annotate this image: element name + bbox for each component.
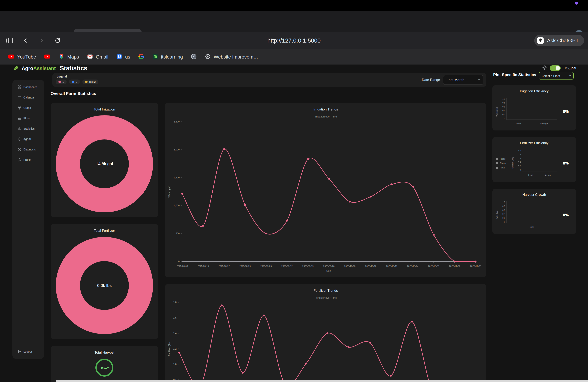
browser-tab-bar: Devpost AgroAssisstant + JO [0, 11, 588, 32]
app-sidebar: DashboardCalendarCropsPlotsStatisticsAgr… [12, 80, 44, 359]
total-irrigation-donut-chart: 14.8k gal [56, 115, 153, 212]
chevron-down-icon: ▾ [478, 78, 480, 82]
donut-center-value: 14.8k gal [56, 115, 153, 212]
date-range-group: Date Range Last Month▾ [422, 73, 483, 87]
compass-icon [191, 54, 197, 60]
svg-text:0: 0 [178, 260, 180, 263]
chatgpt-icon [537, 37, 544, 44]
sidebar-item-profile[interactable]: Profile [12, 155, 44, 165]
efficiency-value: 0% [557, 96, 574, 126]
harvest-growth-card: Harvest Growth Yield (lbs) 1.00.80.60.40… [492, 189, 576, 234]
x-axis-labels: Date [507, 226, 557, 228]
bookmark-label: itslearning [161, 54, 183, 60]
harvest-value: +150.0% [99, 366, 110, 369]
svg-text:2025-10-31: 2025-10-31 [428, 265, 439, 267]
legend-chip: 3 [69, 79, 80, 84]
sidebar-item-diagnosis[interactable]: Diagnosis [12, 144, 44, 155]
svg-text:2025-09-12: 2025-09-12 [281, 265, 293, 267]
bookmark-google-icon[interactable] [138, 54, 144, 60]
chart-title: Fertilizer Trends [165, 284, 486, 293]
total-fertilizer-card: Total Fertilizer 0.0k lbs [51, 224, 158, 339]
svg-text:1,500: 1,500 [174, 176, 180, 179]
sidebar-item-crops[interactable]: Crops [12, 103, 44, 113]
bookmark-youtube[interactable]: YouTube [8, 53, 36, 60]
chart-subtitle: Fertilizer over Time [165, 296, 486, 299]
legend-chip: 1 [56, 79, 67, 84]
ask-chatgpt-button[interactable]: Ask ChatGPT [534, 35, 584, 46]
statistics-icon [18, 127, 21, 131]
sidebar-item-calendar[interactable]: Calendar [12, 92, 44, 103]
sidebar-item-statistics[interactable]: Statistics [12, 123, 44, 134]
sidebar-item-label: AgriAI [23, 137, 31, 141]
bookmark-itslearning[interactable]: itslearning [152, 54, 183, 60]
x-axis-labels: IdealAverage [507, 122, 557, 125]
fertilizer-trends-card: Fertilizer Trends Fertilizer over Time 0… [165, 284, 486, 382]
svg-text:2025-10-17: 2025-10-17 [386, 265, 398, 267]
svg-text:2,500: 2,500 [174, 120, 180, 123]
dashboard-icon [18, 85, 21, 89]
bookmark-maps[interactable]: Maps [58, 54, 79, 60]
legend-dot-icon [72, 81, 74, 83]
plot-area: Date [506, 201, 557, 223]
svg-text:2025-10-03: 2025-10-03 [344, 265, 356, 267]
diagnosis-icon [18, 148, 21, 152]
sidebar-item-logout[interactable]: Logout [18, 350, 32, 354]
theme-toggle[interactable] [550, 65, 561, 71]
donut-center-value: 0.0k lbs [56, 237, 153, 334]
notification-dot-icon [575, 1, 578, 5]
efficiency-value: 0% [557, 148, 574, 178]
toggle-knob [556, 66, 560, 70]
app-logo: AgroAssistant [21, 66, 56, 71]
svg-text:2025-08-22: 2025-08-22 [218, 265, 230, 267]
youtube-icon [44, 53, 50, 60]
svg-text:2025-09-19: 2025-09-19 [302, 265, 314, 267]
mini-chart-title: Harvest Growth [492, 189, 576, 197]
harvest-growth-chart: Yield (lbs) 1.00.80.60.40.20 Date 0% [495, 200, 574, 230]
svg-text:2025-08-08: 2025-08-08 [177, 265, 188, 267]
section-heading: Overall Farm Statistics [51, 91, 96, 96]
plot-specific-heading: Plot Specific Statistics [493, 73, 536, 77]
sidebar-item-label: Diagnosis [23, 148, 36, 151]
legend-bar: Legend 13plot 2 Date Range Last Month▾ [52, 73, 486, 87]
fertilizer-efficiency-chart: NitrogPhospPotas Fertilizer (lbs) 1.00.8… [495, 148, 574, 178]
page-header: AgroAssistant Statistics [13, 65, 87, 72]
bookmark-youtube-icon[interactable] [44, 53, 50, 60]
legend-entry: Phosp [496, 162, 510, 164]
address-bar[interactable]: http://127.0.0.1:5000 [0, 32, 588, 49]
chart-legend: NitrogPhospPotas [495, 148, 510, 178]
svg-text:Fertilizer (lbs): Fertilizer (lbs) [168, 342, 171, 356]
sidebar-item-dashboard[interactable]: Dashboard [12, 82, 44, 92]
page-title: Statistics [60, 65, 87, 72]
bottom-edge-light-strip [56, 380, 588, 382]
svg-text:2025-11-08: 2025-11-08 [470, 265, 481, 267]
mini-chart-title: Irrigation Efficiency [492, 85, 576, 93]
sun-icon [542, 65, 547, 71]
plant-select[interactable]: Select a Plant▾ [539, 72, 574, 79]
card-title: Total Fertilizer [51, 224, 158, 233]
sidebar-item-label: Plots [23, 117, 30, 120]
chart-subtitle: Irrigation over Time [165, 115, 486, 118]
bookmark-website-impro-vem-[interactable]: Website impro­vem… [205, 54, 258, 60]
bookmark-label: Website impro­vem… [214, 54, 258, 60]
date-range-select[interactable]: Last Month▾ [443, 75, 483, 85]
svg-text:2025-08-15: 2025-08-15 [198, 265, 209, 267]
bookmark-compass-icon[interactable] [191, 54, 197, 60]
bookmark-us[interactable]: us [116, 54, 130, 60]
legend-dot-icon [85, 81, 88, 83]
bookmark-label: us [125, 54, 130, 60]
total-irrigation-card: Total Irrigation 14.8k gal [51, 103, 158, 217]
leaf-logo-icon [13, 65, 19, 72]
bookmark-gmail[interactable]: Gmail [87, 54, 108, 60]
sidebar-item-agriai[interactable]: AgriAI [12, 134, 44, 144]
window-top-strip [0, 0, 588, 11]
bookmark-label: Maps [67, 54, 79, 60]
sidebar-item-plots[interactable]: Plots [12, 113, 44, 123]
svg-text:1.6: 1.6 [173, 316, 177, 319]
calendar-icon [18, 96, 21, 99]
irrigation-trends-chart: 05001,0001,5002,0002,5002025-08-082025-0… [165, 120, 486, 277]
harvest-gauge: +150.0% [95, 359, 113, 377]
fertilizer-trends-chart: 0.81.01.21.41.61.82025-08-082025-08-1520… [165, 301, 486, 382]
date-range-label: Date Range [422, 78, 440, 82]
card-title: Total Irrigation [51, 103, 158, 112]
svg-text:Date: Date [326, 269, 332, 272]
